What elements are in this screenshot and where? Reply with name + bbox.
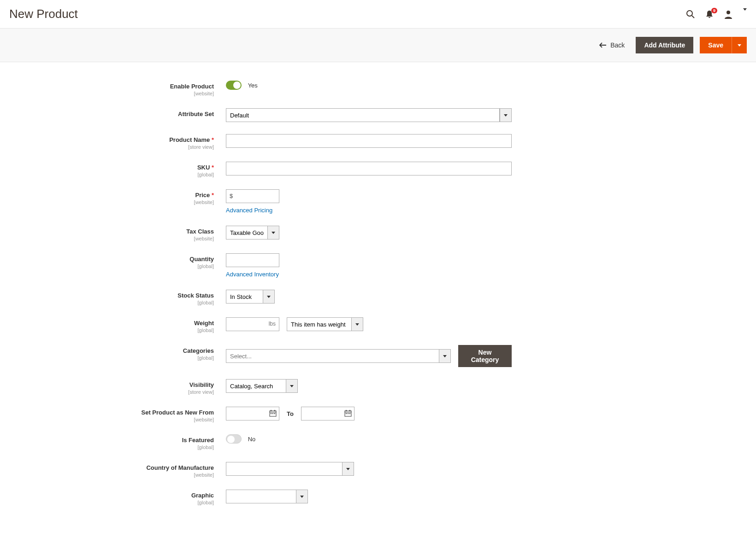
row-sku: SKU [global] xyxy=(88,162,512,177)
weight-unit: lbs xyxy=(269,321,276,327)
row-is-featured: Is Featured [global] No xyxy=(88,434,512,450)
row-country: Country of Manufacture [website] xyxy=(88,462,512,478)
add-attribute-button[interactable]: Add Attribute xyxy=(636,37,693,53)
toggle-enable-product-value: Yes xyxy=(248,82,258,89)
has-weight-value[interactable] xyxy=(287,317,351,331)
row-product-name: Product Name [store view] xyxy=(88,134,512,150)
country-value[interactable] xyxy=(226,462,342,476)
select-graphic[interactable] xyxy=(226,490,512,503)
row-new-from: Set Product as New From [website] To xyxy=(88,407,512,422)
scope-weight: [global] xyxy=(88,327,214,333)
page-header: New Product 9 xyxy=(0,0,756,28)
label-tax-class: Tax Class xyxy=(186,228,214,235)
label-is-featured: Is Featured xyxy=(182,437,214,444)
to-label: To xyxy=(287,410,294,417)
row-price: Price [website] $ Advanced Pricing xyxy=(88,189,512,214)
price-input[interactable] xyxy=(226,189,279,203)
page-title: New Product xyxy=(9,7,78,21)
scope-graphic: [global] xyxy=(88,500,214,505)
quantity-input[interactable] xyxy=(226,253,279,267)
svg-line-1 xyxy=(692,16,694,18)
new-to-input[interactable] xyxy=(301,407,354,421)
toggle-is-featured-value: No xyxy=(248,436,256,443)
select-attribute-set[interactable] xyxy=(226,108,512,122)
price-currency: $ xyxy=(230,193,233,199)
row-stock-status: Stock Status [global] xyxy=(88,290,512,305)
arrow-left-icon xyxy=(599,42,607,48)
select-tax-class[interactable] xyxy=(226,226,512,239)
row-quantity: Quantity [global] Advanced Inventory xyxy=(88,253,512,278)
account-icon[interactable] xyxy=(724,10,733,19)
scope-country: [website] xyxy=(88,472,214,478)
select-stock-status[interactable] xyxy=(226,290,512,304)
label-product-name: Product Name xyxy=(169,136,214,143)
chevron-down-icon xyxy=(500,108,512,122)
select-visibility[interactable] xyxy=(226,379,512,393)
action-toolbar: Back Add Attribute Save xyxy=(0,28,756,62)
new-from-input[interactable] xyxy=(226,407,279,421)
select-country[interactable] xyxy=(226,462,512,476)
row-weight: Weight [global] lbs xyxy=(88,317,512,333)
scope-visibility: [store view] xyxy=(88,389,214,395)
row-graphic: Graphic [global] xyxy=(88,490,512,505)
save-button[interactable]: Save xyxy=(700,37,732,53)
svg-point-2 xyxy=(726,11,730,14)
graphic-value[interactable] xyxy=(226,490,296,503)
chevron-down-icon xyxy=(342,462,354,476)
label-graphic: Graphic xyxy=(191,492,214,499)
label-enable-product: Enable Product xyxy=(170,83,214,90)
scope-quantity: [global] xyxy=(88,263,214,269)
notification-badge: 9 xyxy=(711,8,717,13)
chevron-down-icon xyxy=(439,349,451,363)
chevron-down-icon xyxy=(267,226,279,239)
scope-price: [website] xyxy=(88,199,214,205)
header-actions: 9 xyxy=(686,10,747,19)
label-attribute-set: Attribute Set xyxy=(178,111,214,117)
advanced-inventory-link[interactable]: Advanced Inventory xyxy=(226,271,512,278)
new-category-button[interactable]: New Category xyxy=(458,345,512,367)
label-weight: Weight xyxy=(194,320,214,327)
label-country: Country of Manufacture xyxy=(146,464,214,471)
scope-enable-product: [website] xyxy=(88,91,214,96)
sku-input[interactable] xyxy=(226,162,512,175)
label-stock-status: Stock Status xyxy=(177,292,214,299)
row-categories: Categories [global] New Category xyxy=(88,345,512,367)
scope-new-from: [website] xyxy=(88,417,214,422)
label-categories: Categories xyxy=(183,347,214,354)
scope-is-featured: [global] xyxy=(88,444,214,450)
select-has-weight[interactable] xyxy=(287,317,363,331)
label-new-from: Set Product as New From xyxy=(142,409,214,416)
scope-tax-class: [website] xyxy=(88,236,214,241)
chevron-down-icon xyxy=(263,290,275,304)
chevron-down-icon xyxy=(296,490,308,503)
product-form: Enable Product [website] Yes Attribute S… xyxy=(78,81,521,505)
stock-status-value[interactable] xyxy=(226,290,263,304)
scope-sku: [global] xyxy=(88,172,214,177)
row-visibility: Visibility [store view] xyxy=(88,379,512,395)
tax-class-value[interactable] xyxy=(226,226,267,239)
select-categories[interactable] xyxy=(226,349,451,363)
label-quantity: Quantity xyxy=(189,256,214,263)
account-menu-toggle[interactable] xyxy=(743,11,747,18)
svg-point-0 xyxy=(687,11,692,16)
notifications-icon[interactable]: 9 xyxy=(705,10,714,19)
product-name-input[interactable] xyxy=(226,134,512,148)
row-attribute-set: Attribute Set xyxy=(88,108,512,122)
toggle-is-featured[interactable] xyxy=(226,434,242,444)
save-dropdown-toggle[interactable] xyxy=(732,37,747,53)
attribute-set-value[interactable] xyxy=(226,108,500,122)
chevron-down-icon xyxy=(351,317,363,331)
scope-categories: [global] xyxy=(88,355,214,361)
visibility-value[interactable] xyxy=(226,379,286,393)
scope-product-name: [store view] xyxy=(88,144,214,150)
back-button[interactable]: Back xyxy=(599,41,625,49)
row-tax-class: Tax Class [website] xyxy=(88,226,512,241)
advanced-pricing-link[interactable]: Advanced Pricing xyxy=(226,207,512,214)
toggle-enable-product[interactable] xyxy=(226,81,242,90)
categories-value[interactable] xyxy=(226,349,439,363)
search-icon[interactable] xyxy=(686,10,695,19)
back-label: Back xyxy=(610,41,625,49)
label-visibility: Visibility xyxy=(189,381,214,388)
chevron-down-icon xyxy=(286,379,298,393)
save-button-group: Save xyxy=(700,37,747,53)
